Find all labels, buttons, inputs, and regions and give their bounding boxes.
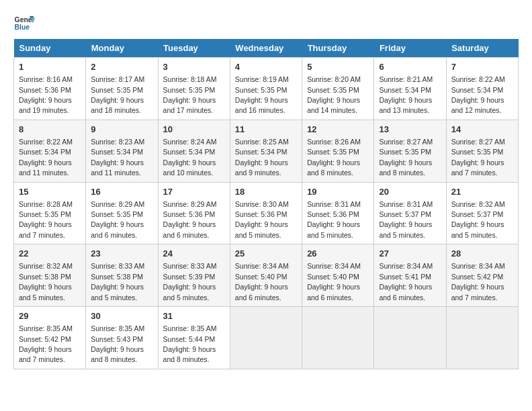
- header-row: SundayMondayTuesdayWednesdayThursdayFrid…: [14, 39, 519, 58]
- day-number: 18: [235, 186, 297, 198]
- calendar-cell: 23Sunrise: 8:33 AMSunset: 5:38 PMDayligh…: [86, 244, 158, 307]
- day-info: Sunrise: 8:32 AMSunset: 5:38 PMDaylight:…: [19, 262, 73, 301]
- calendar-week-4: 22Sunrise: 8:32 AMSunset: 5:38 PMDayligh…: [14, 244, 519, 307]
- calendar-week-1: 1Sunrise: 8:16 AMSunset: 5:36 PMDaylight…: [14, 58, 519, 120]
- calendar-cell: 21Sunrise: 8:32 AMSunset: 5:37 PMDayligh…: [446, 182, 518, 244]
- day-number: 13: [379, 124, 441, 136]
- calendar-cell: 2Sunrise: 8:17 AMSunset: 5:35 PMDaylight…: [86, 58, 158, 120]
- day-number: 5: [307, 61, 369, 73]
- calendar-cell: 24Sunrise: 8:33 AMSunset: 5:39 PMDayligh…: [158, 244, 230, 307]
- day-number: 26: [307, 248, 369, 260]
- day-number: 9: [91, 124, 152, 136]
- calendar-cell: [374, 307, 446, 369]
- day-number: 1: [19, 61, 81, 73]
- calendar-cell: [230, 307, 302, 369]
- day-number: 7: [451, 61, 513, 73]
- day-header-wednesday: Wednesday: [230, 39, 302, 58]
- day-header-saturday: Saturday: [446, 39, 518, 58]
- calendar-cell: 25Sunrise: 8:34 AMSunset: 5:40 PMDayligh…: [230, 244, 302, 307]
- calendar-cell: [302, 307, 374, 369]
- day-header-monday: Monday: [86, 39, 158, 58]
- day-number: 25: [235, 248, 297, 260]
- day-info: Sunrise: 8:31 AMSunset: 5:36 PMDaylight:…: [307, 200, 361, 239]
- calendar-cell: 29Sunrise: 8:35 AMSunset: 5:42 PMDayligh…: [14, 307, 86, 369]
- day-info: Sunrise: 8:24 AMSunset: 5:34 PMDaylight:…: [163, 138, 217, 177]
- calendar-cell: 7Sunrise: 8:22 AMSunset: 5:34 PMDaylight…: [446, 58, 518, 120]
- day-number: 29: [19, 310, 81, 322]
- day-number: 30: [91, 310, 152, 322]
- calendar-cell: 12Sunrise: 8:26 AMSunset: 5:35 PMDayligh…: [302, 120, 374, 182]
- calendar-cell: 30Sunrise: 8:35 AMSunset: 5:43 PMDayligh…: [86, 307, 158, 369]
- day-info: Sunrise: 8:35 AMSunset: 5:43 PMDaylight:…: [91, 324, 144, 363]
- day-number: 23: [91, 248, 152, 260]
- calendar-cell: 22Sunrise: 8:32 AMSunset: 5:38 PMDayligh…: [14, 244, 86, 307]
- calendar-cell: [446, 307, 518, 369]
- day-info: Sunrise: 8:34 AMSunset: 5:40 PMDaylight:…: [307, 262, 361, 301]
- day-header-tuesday: Tuesday: [158, 39, 230, 58]
- day-info: Sunrise: 8:35 AMSunset: 5:44 PMDaylight:…: [163, 324, 217, 363]
- day-number: 14: [451, 124, 513, 136]
- calendar-cell: 27Sunrise: 8:34 AMSunset: 5:41 PMDayligh…: [374, 244, 446, 307]
- day-number: 28: [451, 248, 513, 260]
- page-header: General Blue: [13, 13, 519, 32]
- day-header-sunday: Sunday: [14, 39, 86, 58]
- day-info: Sunrise: 8:23 AMSunset: 5:34 PMDaylight:…: [91, 138, 144, 177]
- calendar-cell: 28Sunrise: 8:34 AMSunset: 5:42 PMDayligh…: [446, 244, 518, 307]
- day-number: 15: [19, 186, 81, 198]
- calendar-cell: 3Sunrise: 8:18 AMSunset: 5:35 PMDaylight…: [158, 58, 230, 120]
- calendar-week-2: 8Sunrise: 8:22 AMSunset: 5:34 PMDaylight…: [14, 120, 519, 182]
- calendar-cell: 15Sunrise: 8:28 AMSunset: 5:35 PMDayligh…: [14, 182, 86, 244]
- calendar-cell: 16Sunrise: 8:29 AMSunset: 5:35 PMDayligh…: [86, 182, 158, 244]
- day-info: Sunrise: 8:17 AMSunset: 5:35 PMDaylight:…: [91, 75, 144, 114]
- day-info: Sunrise: 8:32 AMSunset: 5:37 PMDaylight:…: [451, 200, 505, 239]
- calendar-week-5: 29Sunrise: 8:35 AMSunset: 5:42 PMDayligh…: [14, 307, 519, 369]
- svg-text:Blue: Blue: [15, 24, 30, 31]
- day-number: 21: [451, 186, 513, 198]
- calendar-cell: 26Sunrise: 8:34 AMSunset: 5:40 PMDayligh…: [302, 244, 374, 307]
- calendar-cell: 8Sunrise: 8:22 AMSunset: 5:34 PMDaylight…: [14, 120, 86, 182]
- day-info: Sunrise: 8:26 AMSunset: 5:35 PMDaylight:…: [307, 138, 361, 177]
- day-info: Sunrise: 8:29 AMSunset: 5:36 PMDaylight:…: [163, 200, 217, 239]
- day-number: 6: [379, 61, 441, 73]
- day-info: Sunrise: 8:20 AMSunset: 5:35 PMDaylight:…: [307, 75, 361, 114]
- calendar-cell: 31Sunrise: 8:35 AMSunset: 5:44 PMDayligh…: [158, 307, 230, 369]
- day-info: Sunrise: 8:27 AMSunset: 5:35 PMDaylight:…: [451, 138, 505, 177]
- day-info: Sunrise: 8:22 AMSunset: 5:34 PMDaylight:…: [451, 75, 505, 114]
- calendar-cell: 20Sunrise: 8:31 AMSunset: 5:37 PMDayligh…: [374, 182, 446, 244]
- day-info: Sunrise: 8:21 AMSunset: 5:34 PMDaylight:…: [379, 75, 433, 114]
- day-number: 27: [379, 248, 441, 260]
- calendar-cell: 18Sunrise: 8:30 AMSunset: 5:36 PMDayligh…: [230, 182, 302, 244]
- calendar-cell: 6Sunrise: 8:21 AMSunset: 5:34 PMDaylight…: [374, 58, 446, 120]
- calendar-cell: 17Sunrise: 8:29 AMSunset: 5:36 PMDayligh…: [158, 182, 230, 244]
- day-info: Sunrise: 8:22 AMSunset: 5:34 PMDaylight:…: [19, 138, 73, 177]
- day-number: 20: [379, 186, 441, 198]
- day-number: 3: [163, 61, 225, 73]
- day-info: Sunrise: 8:33 AMSunset: 5:39 PMDaylight:…: [163, 262, 217, 301]
- calendar-cell: 5Sunrise: 8:20 AMSunset: 5:35 PMDaylight…: [302, 58, 374, 120]
- day-header-friday: Friday: [374, 39, 446, 58]
- day-number: 10: [163, 124, 225, 136]
- day-info: Sunrise: 8:30 AMSunset: 5:36 PMDaylight:…: [235, 200, 289, 239]
- day-number: 19: [307, 186, 369, 198]
- calendar-cell: 14Sunrise: 8:27 AMSunset: 5:35 PMDayligh…: [446, 120, 518, 182]
- logo: General Blue: [13, 13, 40, 32]
- day-number: 16: [91, 186, 152, 198]
- day-number: 31: [163, 310, 225, 322]
- calendar-cell: 13Sunrise: 8:27 AMSunset: 5:35 PMDayligh…: [374, 120, 446, 182]
- day-number: 8: [19, 124, 81, 136]
- day-number: 4: [235, 61, 297, 73]
- day-number: 11: [235, 124, 297, 136]
- day-info: Sunrise: 8:25 AMSunset: 5:34 PMDaylight:…: [235, 138, 289, 177]
- calendar-table: SundayMondayTuesdayWednesdayThursdayFrid…: [13, 39, 519, 369]
- day-info: Sunrise: 8:27 AMSunset: 5:35 PMDaylight:…: [379, 138, 433, 177]
- calendar-cell: 4Sunrise: 8:19 AMSunset: 5:35 PMDaylight…: [230, 58, 302, 120]
- logo-icon: General Blue: [13, 13, 35, 32]
- day-info: Sunrise: 8:28 AMSunset: 5:35 PMDaylight:…: [19, 200, 73, 239]
- day-info: Sunrise: 8:35 AMSunset: 5:42 PMDaylight:…: [19, 324, 73, 363]
- day-info: Sunrise: 8:16 AMSunset: 5:36 PMDaylight:…: [19, 75, 73, 114]
- calendar-cell: 10Sunrise: 8:24 AMSunset: 5:34 PMDayligh…: [158, 120, 230, 182]
- calendar-cell: 19Sunrise: 8:31 AMSunset: 5:36 PMDayligh…: [302, 182, 374, 244]
- day-info: Sunrise: 8:29 AMSunset: 5:35 PMDaylight:…: [91, 200, 144, 239]
- day-info: Sunrise: 8:34 AMSunset: 5:40 PMDaylight:…: [235, 262, 289, 301]
- day-header-thursday: Thursday: [302, 39, 374, 58]
